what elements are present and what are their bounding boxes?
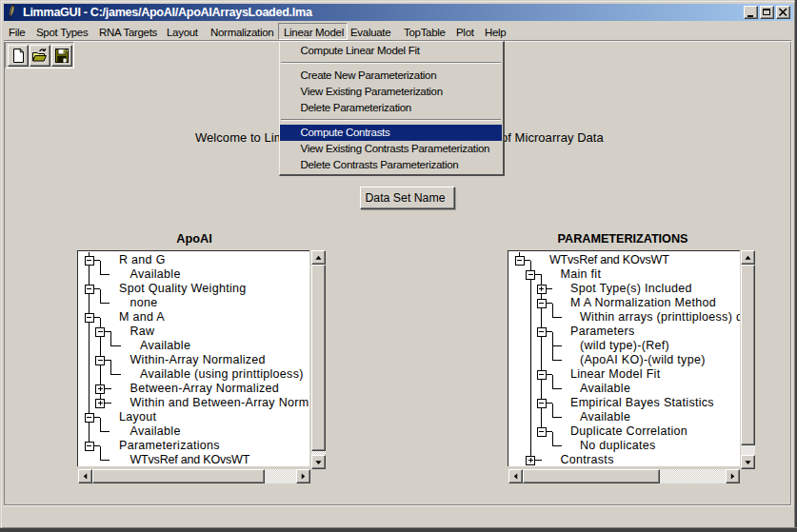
svg-text:Parameters: Parameters	[570, 325, 635, 338]
svg-text:Linear Model Fit: Linear Model Fit	[570, 367, 661, 381]
svg-text:(wild type)-(Ref): (wild type)-(Ref)	[580, 339, 669, 352]
svg-text:No duplicates: No duplicates	[580, 439, 656, 452]
svg-text:Available (using printtiploess: Available (using printtiploess)	[140, 367, 304, 381]
svg-text:Contrasts: Contrasts	[560, 453, 613, 466]
svg-text:Within and Between-Array Norma: Within and Between-Array Normalized	[130, 396, 310, 409]
svg-text:Within arrays (printtiploess): Within arrays (printtiploess) default	[580, 310, 741, 324]
svg-text:Empirical Bayes Statistics: Empirical Bayes Statistics	[570, 396, 714, 409]
svg-text:Spot Type(s) Included: Spot Type(s) Included	[570, 282, 692, 295]
svg-text:WTvsRef and KOvsWT: WTvsRef and KOvsWT	[549, 253, 669, 266]
svg-text:Layout: Layout	[119, 410, 157, 424]
svg-text:Within-Array Normalized: Within-Array Normalized	[130, 353, 266, 366]
svg-text:Raw: Raw	[130, 325, 156, 338]
svg-text:Parameterizations: Parameterizations	[119, 439, 220, 452]
svg-text:M and A: M and A	[119, 310, 165, 324]
svg-text:Main fit: Main fit	[560, 267, 601, 281]
svg-text:Available: Available	[130, 267, 181, 281]
svg-text:Available: Available	[130, 424, 181, 438]
svg-text:Available: Available	[580, 382, 630, 395]
svg-text:Between-Array Normalized: Between-Array Normalized	[130, 382, 280, 395]
svg-text:Available: Available	[580, 410, 630, 424]
svg-text:Spot Quality Weighting: Spot Quality Weighting	[119, 282, 247, 295]
svg-text:M A Normalization Method: M A Normalization Method	[570, 296, 716, 309]
svg-text:Duplicate Correlation: Duplicate Correlation	[570, 424, 687, 438]
svg-text:R and G: R and G	[119, 253, 166, 266]
svg-text:WTvsRef and KOvsWT: WTvsRef and KOvsWT	[130, 453, 250, 466]
svg-text:none: none	[130, 296, 158, 309]
svg-text:(ApoAI KO)-(wild type): (ApoAI KO)-(wild type)	[580, 353, 706, 366]
svg-text:Available: Available	[140, 339, 190, 352]
